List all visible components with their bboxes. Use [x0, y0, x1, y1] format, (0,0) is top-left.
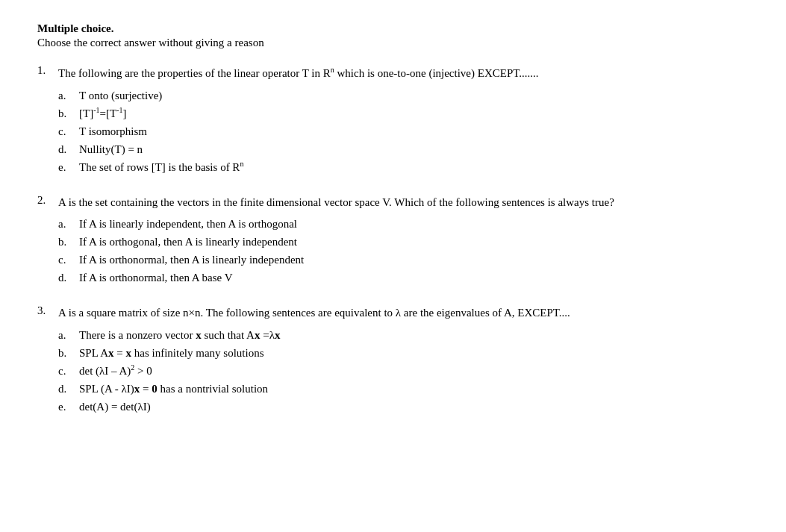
option-1c: c. T isomorphism [58, 122, 749, 140]
question-content-1: The following are the properties of the … [58, 64, 749, 176]
option-text-2b: If A is orthogonal, then A is linearly i… [79, 233, 749, 251]
option-label-1e: e. [58, 158, 79, 176]
option-text-3d: SPL (A - λI)x = 0 has a nontrivial solut… [79, 380, 749, 398]
option-label-3d: d. [58, 380, 79, 398]
option-text-1b: [T]-1=[T-1] [79, 104, 749, 122]
option-label-2d: d. [58, 269, 79, 287]
option-text-3c: det (λI – A)2 > 0 [79, 362, 749, 380]
option-2a: a. If A is linearly independent, then A … [58, 215, 749, 233]
option-text-1a: T onto (surjective) [79, 87, 749, 104]
option-label-3c: c. [58, 362, 79, 380]
option-text-1d: Nullity(T) = n [79, 140, 749, 158]
question-number-1: 1. [37, 64, 58, 176]
option-3a: a. There is a nonzero vector x such that… [58, 326, 749, 344]
question-item-3: 3. A is a square matrix of size n×n. The… [37, 304, 749, 416]
option-label-1c: c. [58, 122, 79, 140]
option-text-1c: T isomorphism [79, 122, 749, 140]
question-item-1: 1. The following are the properties of t… [37, 64, 749, 176]
option-1b: b. [T]-1=[T-1] [58, 104, 749, 122]
question-text-2: A is the set containing the vectors in t… [58, 194, 749, 211]
option-1d: d. Nullity(T) = n [58, 140, 749, 158]
option-1a: a. T onto (surjective) [58, 87, 749, 104]
option-3c: c. det (λI – A)2 > 0 [58, 362, 749, 380]
option-label-1b: b. [58, 104, 79, 122]
option-text-2a: If A is linearly independent, then A is … [79, 215, 749, 233]
question-number-2: 2. [37, 194, 58, 287]
option-2c: c. If A is orthonormal, then A is linear… [58, 251, 749, 269]
options-list-3: a. There is a nonzero vector x such that… [58, 326, 749, 416]
option-label-2b: b. [58, 233, 79, 251]
option-1e: e. The set of rows [T] is the basis of R… [58, 158, 749, 176]
option-label-1d: d. [58, 140, 79, 158]
option-text-2c: If A is orthonormal, then A is linearly … [79, 251, 749, 269]
option-text-3e: det(A) = det(λI) [79, 398, 749, 416]
option-text-3a: There is a nonzero vector x such that Ax… [79, 326, 749, 344]
option-label-2c: c. [58, 251, 79, 269]
option-2b: b. If A is orthogonal, then A is linearl… [58, 233, 749, 251]
option-label-1a: a. [58, 87, 79, 104]
option-label-3b: b. [58, 344, 79, 362]
header-subtitle: Choose the correct answer without giving… [37, 37, 749, 49]
questions-list: 1. The following are the properties of t… [37, 64, 749, 416]
header-title: Multiple choice. [37, 22, 749, 35]
question-item-2: 2. A is the set containing the vectors i… [37, 194, 749, 287]
option-text-2d: If A is orthonormal, then A base V [79, 269, 749, 287]
question-content-3: A is a square matrix of size n×n. The fo… [58, 304, 749, 416]
option-3d: d. SPL (A - λI)x = 0 has a nontrivial so… [58, 380, 749, 398]
option-text-3b: SPL Ax = x has infinitely many solutions [79, 344, 749, 362]
option-label-3a: a. [58, 326, 79, 344]
option-text-1e: The set of rows [T] is the basis of Rn [79, 158, 749, 176]
options-list-2: a. If A is linearly independent, then A … [58, 215, 749, 287]
question-text-1: The following are the properties of the … [58, 64, 749, 82]
question-content-2: A is the set containing the vectors in t… [58, 194, 749, 287]
options-list-1: a. T onto (surjective) b. [T]-1=[T-1] c.… [58, 87, 749, 176]
option-2d: d. If A is orthonormal, then A base V [58, 269, 749, 287]
option-label-3e: e. [58, 398, 79, 416]
header: Multiple choice. Choose the correct answ… [37, 22, 749, 49]
option-3b: b. SPL Ax = x has infinitely many soluti… [58, 344, 749, 362]
option-label-2a: a. [58, 215, 79, 233]
question-number-3: 3. [37, 304, 58, 416]
option-3e: e. det(A) = det(λI) [58, 398, 749, 416]
question-text-3: A is a square matrix of size n×n. The fo… [58, 304, 749, 322]
